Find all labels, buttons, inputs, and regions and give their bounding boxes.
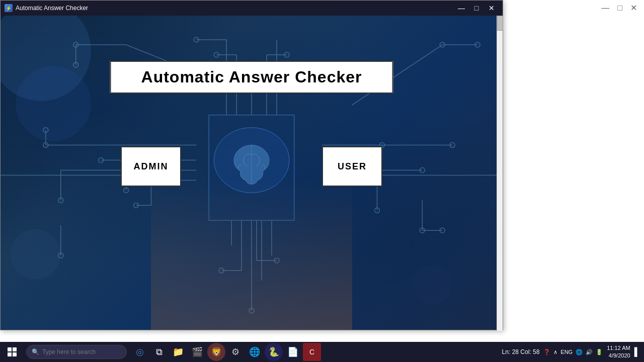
show-desktop-btn[interactable]: ▌ <box>634 347 640 356</box>
vlc-icon[interactable]: 🎬 <box>188 343 206 361</box>
app-icon: ⚡ <box>5 4 13 12</box>
tray-lang: ENG <box>560 349 573 355</box>
outer-close-btn[interactable]: ✕ <box>627 2 640 14</box>
admin-button[interactable]: ADMIN <box>121 146 181 187</box>
tray-chevron[interactable]: ∧ <box>553 349 557 355</box>
user-button[interactable]: USER <box>322 146 382 187</box>
right-desktop-area <box>503 0 644 342</box>
chrome-icon[interactable]: 🌐 <box>246 343 264 361</box>
brain-visual <box>221 136 282 197</box>
doc-icon[interactable]: 📄 <box>284 343 302 361</box>
scrollbar-track[interactable] <box>497 16 503 331</box>
cortana-icon[interactable]: ◎ <box>131 343 149 361</box>
tray-volume: 🔊 <box>586 349 593 355</box>
title-bar-left: ⚡ Automatic Answer Checker <box>5 4 88 12</box>
minimize-button[interactable]: — <box>454 3 468 13</box>
title-bar: ⚡ Automatic Answer Checker — □ ✕ <box>1 1 503 16</box>
status-line: Ln: 28 Col: 58 <box>502 348 540 355</box>
windows-icon <box>8 347 17 356</box>
main-title-text: Automatic Answer Checker <box>141 68 362 86</box>
app-window: ⚡ Automatic Answer Checker — □ ✕ <box>0 0 503 330</box>
title-bar-text: Automatic Answer Checker <box>16 5 88 12</box>
taskbar-search-box[interactable]: 🔍 <box>26 345 127 359</box>
start-button[interactable] <box>0 342 24 362</box>
outer-minimize-btn[interactable]: — <box>598 2 612 14</box>
main-title-box: Automatic Answer Checker <box>110 61 393 94</box>
taskbar-icons: ◎ ⧉ 📁 🎬 🦁 ⚙ 🌐 🐍 📄 C <box>131 343 321 361</box>
clock-time: 11:12 AM <box>607 344 630 352</box>
maximize-button[interactable]: □ <box>469 3 484 13</box>
brave-icon[interactable]: 🦁 <box>207 343 225 361</box>
clock[interactable]: 11:12 AM 4/9/2020 <box>607 344 630 360</box>
window-content: Automatic Answer Checker ADMIN USER <box>1 16 503 330</box>
clock-date: 4/9/2020 <box>607 352 630 359</box>
role-button-container: ADMIN USER <box>121 136 382 197</box>
taskbar: 🔍 ◎ ⧉ 📁 🎬 🦁 ⚙ 🌐 🐍 📄 C Ln: 28 Col: 58 ❓ ∧… <box>0 342 644 362</box>
close-button[interactable]: ✕ <box>485 3 499 13</box>
taskbar-search-icon: 🔍 <box>32 348 39 355</box>
taskbar-search-input[interactable] <box>42 348 118 355</box>
tray-battery: 🔋 <box>596 349 603 355</box>
tray-question[interactable]: ❓ <box>543 349 550 355</box>
system-tray: ❓ ∧ ENG 🌐 🔊 🔋 <box>543 349 603 355</box>
scrollbar-thumb[interactable] <box>497 16 503 31</box>
settings-icon[interactable]: ⚙ <box>226 343 245 361</box>
file-explorer-icon[interactable]: 📁 <box>169 343 187 361</box>
taskbar-right: Ln: 28 Col: 58 ❓ ∧ ENG 🌐 🔊 🔋 11:12 AM 4/… <box>502 344 644 360</box>
tray-network: 🌐 <box>576 349 583 355</box>
red-app-icon[interactable]: C <box>303 343 321 361</box>
task-view-icon[interactable]: ⧉ <box>150 343 168 361</box>
title-bar-controls: — □ ✕ <box>454 3 499 13</box>
outer-maximize-btn[interactable]: □ <box>614 2 625 14</box>
outer-window-controls: — □ ✕ <box>594 0 644 16</box>
python-icon[interactable]: 🐍 <box>265 343 283 361</box>
